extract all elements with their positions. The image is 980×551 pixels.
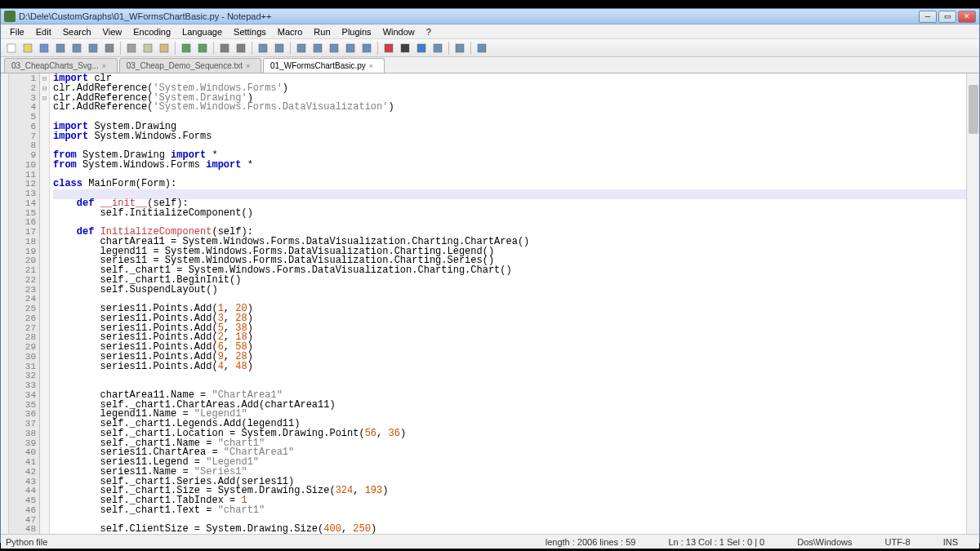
paste-button[interactable] <box>157 41 172 56</box>
menu-macro[interactable]: Macro <box>272 25 309 38</box>
fold-toggle-icon[interactable]: ⊟ <box>40 84 49 94</box>
menu-settings[interactable]: Settings <box>228 25 272 38</box>
open-button[interactable] <box>20 41 35 56</box>
fold-toggle-icon[interactable]: ⊟ <box>40 94 49 104</box>
record-button[interactable] <box>381 41 396 56</box>
code-line[interactable] <box>53 371 976 381</box>
plugin-button[interactable] <box>474 41 489 56</box>
status-filetype: Python file <box>6 537 47 547</box>
toolbar-separator <box>213 42 214 55</box>
zoom-in-button[interactable] <box>256 41 270 56</box>
tab-0[interactable]: 03_CheapCharts_Svg...× <box>4 58 118 73</box>
zoom-out-button[interactable] <box>272 41 287 56</box>
play-button[interactable] <box>414 41 429 56</box>
play-multi-icon <box>432 42 443 54</box>
menu-file[interactable]: File <box>4 25 30 38</box>
menu-window[interactable]: Window <box>377 25 421 38</box>
svg-rect-20 <box>363 44 371 52</box>
minimize-button[interactable]: ─ <box>919 11 937 23</box>
line-number: 2 <box>9 84 36 94</box>
line-number: 29 <box>9 343 36 353</box>
code-line[interactable]: import System.Windows.Forms <box>53 132 976 142</box>
code-text-area[interactable]: import clrclr.AddReference('System.Windo… <box>50 73 979 534</box>
change-margin <box>1 73 9 534</box>
menu-search[interactable]: Search <box>57 25 97 38</box>
indent-button[interactable] <box>327 41 341 56</box>
tab-1[interactable]: 03_Cheap_Demo_Sequence.txt× <box>119 58 261 73</box>
unfold-button[interactable] <box>359 41 374 56</box>
line-number: 22 <box>9 276 36 286</box>
find-button[interactable] <box>217 41 232 56</box>
tab-close-icon[interactable]: × <box>246 62 254 70</box>
code-line[interactable] <box>53 113 976 122</box>
undo-button[interactable] <box>179 41 194 56</box>
line-number-gutter: 1234567891011121314151617181920212223242… <box>9 73 40 534</box>
open-icon <box>22 42 33 54</box>
redo-button[interactable] <box>195 41 210 56</box>
code-line[interactable]: from System.Windows.Forms import * <box>53 161 976 171</box>
status-length: length : 2006 lines : 59 <box>529 537 653 547</box>
zoom-out-icon <box>274 42 285 54</box>
code-line[interactable]: class MainForm(Form): <box>53 180 976 189</box>
fold-button[interactable] <box>343 41 358 56</box>
close-button[interactable] <box>69 41 84 56</box>
svg-rect-12 <box>220 44 229 52</box>
all-chars-button[interactable] <box>310 41 325 56</box>
toolbar <box>1 39 979 57</box>
fold-toggle-icon[interactable]: ⊟ <box>40 74 49 84</box>
tab-2[interactable]: 01_WFormsChartBasic.py× <box>263 58 385 73</box>
code-line[interactable]: clr.AddReference('System.Windows.Forms.D… <box>53 103 976 113</box>
print-button[interactable] <box>102 41 117 56</box>
line-number: 1 <box>9 74 36 84</box>
menu-help[interactable]: ? <box>421 25 437 38</box>
tab-label: 01_WFormsChartBasic.py <box>270 61 366 70</box>
code-line[interactable] <box>53 171 976 180</box>
maximize-button[interactable]: ▭ <box>938 11 956 23</box>
replace-button[interactable] <box>234 41 248 56</box>
play-multi-button[interactable] <box>430 41 445 56</box>
new-button[interactable] <box>4 41 19 56</box>
bookmark-icon <box>454 42 466 54</box>
code-line[interactable]: self.InitializeComponent() <box>53 209 976 219</box>
close-button[interactable]: ✕ <box>958 11 976 23</box>
vertical-scrollbar[interactable] <box>966 73 979 534</box>
tab-close-icon[interactable]: × <box>369 62 377 70</box>
line-number: 5 <box>9 113 36 122</box>
tab-close-icon[interactable]: × <box>102 62 110 70</box>
cut-button[interactable] <box>124 41 139 56</box>
svg-rect-13 <box>237 44 245 52</box>
menu-encoding[interactable]: Encoding <box>127 25 176 38</box>
line-number: 37 <box>9 420 36 429</box>
copy-button[interactable] <box>140 41 155 56</box>
code-line[interactable]: self.ClientSize = System.Drawing.Size(40… <box>53 525 976 534</box>
save-all-button[interactable] <box>53 41 68 56</box>
menu-edit[interactable]: Edit <box>30 25 57 38</box>
code-line[interactable] <box>53 189 976 199</box>
menu-view[interactable]: View <box>97 25 128 38</box>
toolbar-separator <box>120 42 121 55</box>
toolbar-separator <box>252 42 252 55</box>
line-number: 45 <box>9 496 36 506</box>
menu-run[interactable]: Run <box>308 25 336 38</box>
menu-plugins[interactable]: Plugins <box>336 25 377 38</box>
bookmark-button[interactable] <box>452 41 467 56</box>
statusbar: Python file length : 2006 lines : 59 Ln … <box>1 534 979 549</box>
line-number: 41 <box>9 458 36 468</box>
close-icon <box>71 42 82 54</box>
line-number: 42 <box>9 468 36 478</box>
menu-language[interactable]: Language <box>176 25 228 38</box>
close-all-button[interactable] <box>86 41 100 56</box>
line-number: 17 <box>9 228 36 238</box>
save-button[interactable] <box>37 41 51 56</box>
toolbar-separator <box>377 42 378 55</box>
code-line[interactable]: self.SuspendLayout() <box>53 286 976 295</box>
svg-rect-21 <box>385 44 393 52</box>
code-line[interactable]: self._chart1.Text = "chart1" <box>53 506 976 516</box>
stop-button[interactable] <box>398 41 412 56</box>
menubar: FileEditSearchViewEncodingLanguageSettin… <box>1 24 979 39</box>
svg-rect-9 <box>160 44 168 52</box>
wrap-button[interactable] <box>294 41 309 56</box>
code-line[interactable]: series11.Points.Add(4, 48) <box>53 362 976 372</box>
app-icon <box>4 11 16 22</box>
window-title: D:\Dele\CustomGraphs\01_WFormsChartBasic… <box>19 11 919 21</box>
